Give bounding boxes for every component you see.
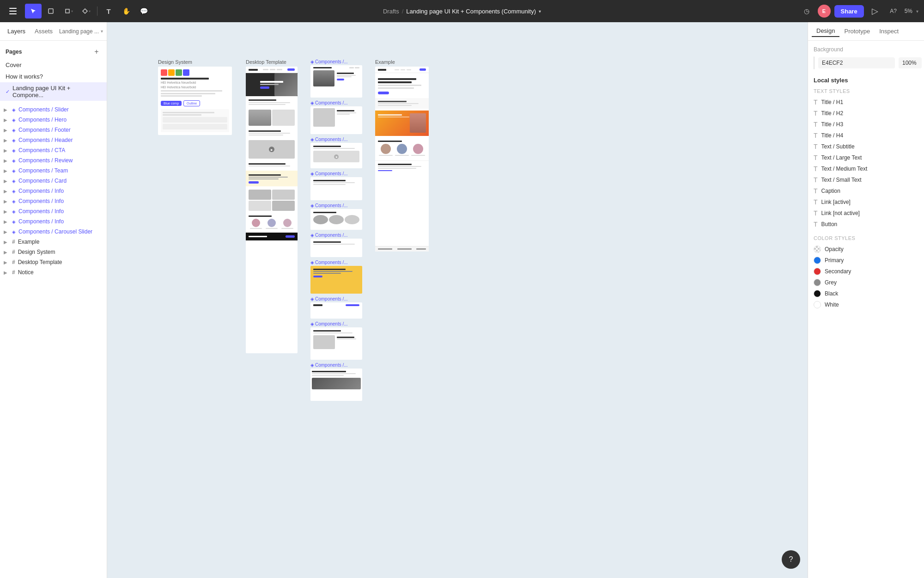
component-diamond-icon: ◈ bbox=[12, 148, 16, 153]
canvas[interactable]: Design System HEI Helvetica Neue/bold HE… bbox=[107, 22, 808, 578]
tab-layers[interactable]: Layers bbox=[4, 26, 29, 37]
layer-components-team[interactable]: ▶ ◈ Components / Team bbox=[0, 166, 107, 176]
pen-tool[interactable]: ▾ bbox=[78, 4, 94, 18]
frame-example[interactable]: Example bbox=[375, 59, 429, 252]
ts-item-medium-text[interactable]: T Text / Medium Text bbox=[814, 163, 918, 174]
background-hex-input[interactable] bbox=[818, 57, 895, 68]
comp-label-10: ◈Components /... bbox=[310, 363, 362, 401]
ts-item-large-text[interactable]: T Text / Large Text bbox=[814, 152, 918, 163]
svg-rect-0 bbox=[49, 9, 53, 13]
layer-components-hero[interactable]: ▶ ◈ Components / Hero bbox=[0, 115, 107, 125]
svg-rect-1 bbox=[66, 9, 69, 13]
layer-components-carousel[interactable]: ▶ ◈ Components / Carousel Slider bbox=[0, 227, 107, 237]
cs-item-white[interactable]: White bbox=[814, 299, 918, 310]
frame-design-system[interactable]: Design System HEI Helvetica Neue/bold HE… bbox=[158, 59, 232, 135]
frame-label-example: Example bbox=[375, 59, 395, 65]
cs-item-black[interactable]: Black bbox=[814, 288, 918, 299]
frame-hash-icon: # bbox=[12, 259, 15, 265]
layer-components-info-2[interactable]: ▶ ◈ Components / Info bbox=[0, 196, 107, 206]
cs-item-primary[interactable]: Primary bbox=[814, 255, 918, 266]
cs-name-secondary: Secondary bbox=[825, 268, 851, 275]
layer-components-footer[interactable]: ▶ ◈ Components / Footer bbox=[0, 125, 107, 135]
ts-item-title-h2[interactable]: T Title / H2 bbox=[814, 108, 918, 119]
ts-item-subtitle[interactable]: T Text / Subtitle bbox=[814, 141, 918, 152]
layer-design-system[interactable]: ▶ # Design System bbox=[0, 247, 107, 257]
tab-inspect[interactable]: Inspect bbox=[875, 26, 903, 37]
share-button[interactable]: Share bbox=[834, 5, 864, 18]
tab-assets[interactable]: Assets bbox=[31, 26, 56, 37]
layer-example[interactable]: ▶ # Example bbox=[0, 237, 107, 247]
background-opacity-input[interactable] bbox=[899, 57, 922, 68]
comp-label-2: ◈Components /... bbox=[310, 100, 362, 134]
cs-name-grey: Grey bbox=[825, 279, 837, 286]
add-page-button[interactable]: + bbox=[92, 47, 101, 56]
frame-components[interactable]: ◈Components /... bbox=[310, 59, 362, 401]
cs-item-secondary[interactable]: Secondary bbox=[814, 266, 918, 277]
ts-item-link-inactive[interactable]: T Link [not active] bbox=[814, 208, 918, 219]
page-item-how[interactable]: How it works? bbox=[0, 71, 107, 82]
hand-tool[interactable]: ✋ bbox=[118, 4, 134, 18]
tab-design[interactable]: Design bbox=[812, 25, 839, 37]
zoom-level[interactable]: 5% bbox=[905, 8, 912, 14]
ts-item-title-h3[interactable]: T Title / H3 bbox=[814, 119, 918, 130]
layer-components-info-4[interactable]: ▶ ◈ Components / Info bbox=[0, 216, 107, 227]
page-item-landing[interactable]: ✓ Landing page UI Kit + Compone... bbox=[0, 82, 107, 101]
ts-name-medium: Text / Medium Text bbox=[821, 166, 868, 172]
file-name[interactable]: Landing page UI Kit + Components (Commun… bbox=[406, 8, 536, 15]
toolbar-tools: ▾ ▾ T ✋ 💬 bbox=[25, 4, 152, 18]
ts-name-large: Text / Large Text bbox=[821, 154, 862, 161]
comp-label-8: ◈Components /... bbox=[310, 296, 362, 319]
ts-item-link-active[interactable]: T Link [active] bbox=[814, 197, 918, 208]
frame-desktop-template[interactable]: Desktop Template bbox=[246, 59, 298, 353]
frame-hash-icon: # bbox=[12, 249, 15, 255]
layer-components-header[interactable]: ▶ ◈ Components / Header bbox=[0, 135, 107, 145]
ts-item-caption[interactable]: T Caption bbox=[814, 185, 918, 197]
color-swatch-grey bbox=[814, 279, 821, 286]
comment-tool[interactable]: 💬 bbox=[135, 4, 152, 18]
frame-label-desktop-template: Desktop Template bbox=[246, 59, 286, 65]
cs-item-opacity[interactable]: Opacity bbox=[814, 244, 918, 255]
ts-item-title-h4[interactable]: T Title / H4 bbox=[814, 130, 918, 141]
file-menu-caret[interactable]: ▾ bbox=[539, 9, 541, 14]
ts-item-button[interactable]: T Button bbox=[814, 219, 918, 230]
panel-chevron[interactable]: ▾ bbox=[101, 29, 103, 34]
expand-arrow-icon: ▶ bbox=[4, 168, 9, 173]
layer-components-slider[interactable]: ▶ ◈ Components / Slider bbox=[0, 105, 107, 115]
present-icon[interactable]: ◷ bbox=[799, 4, 814, 18]
ts-item-small-text[interactable]: T Text / Small Text bbox=[814, 174, 918, 185]
expand-arrow-icon: ▶ bbox=[4, 260, 9, 265]
component-diamond-icon: ◈ bbox=[12, 158, 16, 163]
layer-components-info-1[interactable]: ▶ ◈ Components / Info bbox=[0, 186, 107, 196]
ts-item-title-h1[interactable]: T Title / H1 bbox=[814, 97, 918, 108]
page-item-cover[interactable]: Cover bbox=[0, 59, 107, 71]
layer-components-info-3[interactable]: ▶ ◈ Components / Info bbox=[0, 206, 107, 216]
text-style-icon: T bbox=[814, 132, 818, 139]
component-diamond-icon: ◈ bbox=[12, 178, 16, 184]
text-style-icon: T bbox=[814, 110, 818, 117]
text-tool[interactable]: T bbox=[100, 4, 117, 18]
layer-components-card[interactable]: ▶ ◈ Components / Card bbox=[0, 176, 107, 186]
cs-item-grey[interactable]: Grey bbox=[814, 277, 918, 288]
cs-name-primary: Primary bbox=[825, 257, 844, 264]
page-name-landing: Landing page UI Kit + Compone... bbox=[12, 85, 101, 98]
layer-desktop-template[interactable]: ▶ # Desktop Template bbox=[0, 257, 107, 267]
layer-components-cta[interactable]: ▶ ◈ Components / CTA bbox=[0, 145, 107, 155]
play-button[interactable]: ▷ bbox=[868, 4, 882, 18]
zoom-caret[interactable]: ▾ bbox=[916, 9, 918, 14]
layer-notice[interactable]: ▶ # Notice bbox=[0, 267, 107, 277]
layer-components-review[interactable]: ▶ ◈ Components / Review bbox=[0, 155, 107, 166]
tab-prototype[interactable]: Prototype bbox=[839, 26, 875, 37]
background-label: Background bbox=[814, 46, 918, 53]
frame-tool[interactable] bbox=[43, 4, 59, 18]
menu-button[interactable] bbox=[6, 4, 20, 18]
user-avatar[interactable]: E bbox=[818, 5, 831, 18]
ts-name-h1: Title / H1 bbox=[821, 99, 844, 105]
accessibility-icon[interactable]: A? bbox=[886, 4, 901, 18]
text-style-icon: T bbox=[814, 221, 818, 228]
shape-tool[interactable]: ▾ bbox=[60, 4, 77, 18]
help-button[interactable]: ? bbox=[782, 550, 800, 569]
frame-box-desktop-template: ▶ bbox=[246, 67, 298, 353]
background-swatch[interactable] bbox=[814, 56, 815, 69]
select-tool[interactable] bbox=[25, 4, 42, 18]
breadcrumb-sep: / bbox=[402, 8, 404, 15]
